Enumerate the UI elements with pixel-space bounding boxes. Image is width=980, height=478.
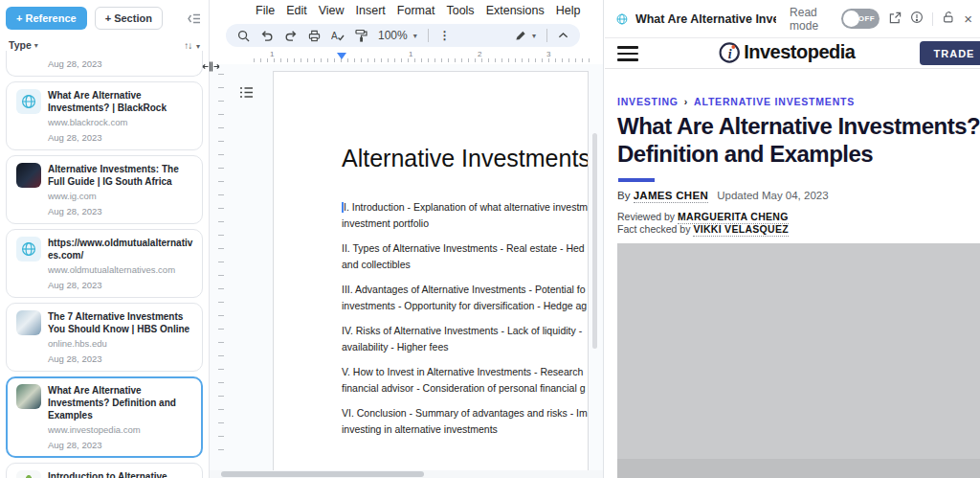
breadcrumb-link[interactable]: INVESTING xyxy=(617,96,679,107)
docs-editor: FileEditViewInsertFormatToolsExtensionsH… xyxy=(210,0,604,478)
docs-menubar: FileEditViewInsertFormatToolsExtensionsH… xyxy=(210,0,603,21)
menu-item[interactable]: Edit xyxy=(286,4,307,17)
fact-checked-by: Fact checked by VIKKI VELASQUEZ xyxy=(617,223,789,235)
ruler-number: 1 xyxy=(409,50,412,58)
reference-thumbnail xyxy=(16,384,41,409)
document-paragraph: I. Introduction - Explanation of what al… xyxy=(342,199,588,232)
reference-date: Aug 28, 2023 xyxy=(48,132,194,143)
article-headline: What Are Alternative Investments? Defini… xyxy=(617,112,980,168)
menu-item[interactable]: Help xyxy=(556,4,581,17)
more-options-icon[interactable]: ⋮ xyxy=(439,29,451,42)
document-page[interactable]: Alternative Investments I. Introduction … xyxy=(273,71,589,473)
hamburger-menu-icon[interactable] xyxy=(617,46,638,65)
reference-thumbnail xyxy=(16,237,41,262)
reference-card-texts: Alternative Investments: The Full Guide … xyxy=(48,163,194,216)
reference-card[interactable]: https://www.oldmutualalternatives.com/ w… xyxy=(6,229,203,298)
print-icon[interactable] xyxy=(308,30,321,42)
menu-item[interactable]: File xyxy=(256,4,275,17)
globe-icon xyxy=(616,11,628,27)
document-paragraph: II. Types of Alternative Investments - R… xyxy=(342,240,588,273)
investopedia-logo[interactable]: i Investopedia xyxy=(719,41,855,63)
toolbar-divider xyxy=(546,29,547,42)
editing-mode-select[interactable]: ▾ xyxy=(515,30,536,41)
menu-item[interactable]: Extensions xyxy=(486,4,545,17)
add-section-button[interactable]: + Section xyxy=(95,7,163,30)
document-line: III. Advantages of Alternative Investmen… xyxy=(342,282,588,298)
unlock-icon[interactable] xyxy=(942,11,955,28)
report-issue-icon[interactable] xyxy=(910,11,924,28)
menu-item[interactable]: Format xyxy=(397,4,435,17)
globe-icon xyxy=(21,241,36,257)
spellcheck-icon[interactable]: A xyxy=(331,30,345,42)
document-line: II. Types of Alternative Investments - R… xyxy=(342,240,588,257)
type-filter[interactable]: Type xyxy=(9,39,32,51)
document-line: VI. Conclusion - Summary of advantages a… xyxy=(342,405,588,421)
reference-card[interactable]: Introduction to Alternative Investments … xyxy=(6,463,203,478)
reference-url: www.blackrock.com xyxy=(48,117,194,127)
menu-item[interactable]: Tools xyxy=(446,4,474,17)
zoom-select[interactable]: 100% ▾ xyxy=(378,29,417,42)
document-title: Alternative Investments xyxy=(342,145,588,172)
document-body: I. Introduction - Explanation of what al… xyxy=(342,199,588,438)
chevron-down-icon: ▾ xyxy=(196,42,199,51)
undo-icon[interactable] xyxy=(260,30,274,41)
brand-name: Investopedia xyxy=(744,41,855,63)
reference-card-texts: What Are Alternative Investments? Defini… xyxy=(48,384,194,450)
reference-card[interactable]: Alternative Investments: The Full Guide … xyxy=(6,155,203,224)
paint-format-icon[interactable] xyxy=(355,29,368,42)
indent-marker[interactable] xyxy=(337,53,346,59)
reviewed-by: Reviewed by MARGUERITA CHENG xyxy=(617,211,789,222)
reference-title: Alternative Investments: The Full Guide … xyxy=(48,163,194,188)
reference-thumbnail xyxy=(16,310,41,335)
chevron-down-icon: ▾ xyxy=(34,41,38,50)
reference-card-texts: Introduction to Alternative Investments … xyxy=(48,470,194,478)
reference-card[interactable]: What Are Alternative Investments? Defini… xyxy=(6,376,203,458)
reference-url: online.hbs.edu xyxy=(48,338,194,349)
hide-menus-icon[interactable] xyxy=(558,32,568,39)
open-external-icon[interactable] xyxy=(889,11,902,28)
reference-card[interactable]: The 7 Alternative Investments You Should… xyxy=(6,303,203,372)
breadcrumb-link[interactable]: ALTERNATIVE INVESTMENTS xyxy=(694,96,855,107)
byline: By JAMES CHEN Updated May 04, 2023 xyxy=(617,190,829,201)
reference-title: What Are Alternative Investments? | Blac… xyxy=(48,89,194,114)
document-paragraph: IV. Risks of Alternative Investments - L… xyxy=(342,323,588,355)
article-hero-image xyxy=(617,243,980,478)
add-reference-button[interactable]: + Reference xyxy=(6,7,87,30)
document-line: IV. Risks of Alternative Investments - L… xyxy=(342,323,588,339)
search-icon[interactable] xyxy=(237,30,250,42)
trade-button[interactable]: TRADE xyxy=(920,41,980,65)
document-line: availability - Higher fees xyxy=(342,339,588,355)
horizontal-ruler[interactable]: 1 1 2 3 xyxy=(210,50,603,64)
author-link[interactable]: JAMES CHEN xyxy=(634,190,708,203)
reference-thumbnail xyxy=(16,163,41,188)
reference-card-texts: Aug 28, 2023 xyxy=(16,54,102,69)
chevron-right-icon: › xyxy=(684,96,688,107)
horizontal-scrollbar[interactable] xyxy=(221,471,424,477)
reference-card[interactable]: Aug 28, 2023 xyxy=(6,51,203,77)
factchecker-link[interactable]: VIKKI VELASQUEZ xyxy=(693,223,789,237)
zoom-value: 100% xyxy=(378,29,408,42)
sort-control[interactable]: ↑↓ ▾ xyxy=(184,40,199,51)
reference-date: Aug 28, 2023 xyxy=(48,440,194,450)
reference-date: Aug 28, 2023 xyxy=(48,58,102,69)
collapse-sidebar-icon[interactable] xyxy=(187,12,201,25)
reference-card-texts: What Are Alternative Investments? | Blac… xyxy=(48,89,194,143)
reviewer-link[interactable]: MARGUERITA CHENG xyxy=(678,211,789,224)
toggle-state: OFF xyxy=(858,14,876,23)
text-cursor xyxy=(342,202,344,213)
chevron-down-icon: ▾ xyxy=(532,32,536,40)
reference-url: www.ig.com xyxy=(48,191,194,201)
vertical-scrollbar[interactable] xyxy=(592,133,597,349)
reference-header: + Reference + Section xyxy=(0,0,209,34)
document-line: investing in alternative investments xyxy=(342,421,588,438)
reference-card[interactable]: What Are Alternative Investments? | Blac… xyxy=(6,81,203,150)
document-line: I. Introduction - Explanation of what al… xyxy=(342,199,588,216)
menu-item[interactable]: View xyxy=(319,4,345,17)
close-icon[interactable]: × xyxy=(964,11,972,26)
menu-item[interactable]: Insert xyxy=(356,4,386,17)
read-mode-toggle[interactable]: OFF xyxy=(841,9,880,29)
reference-date: Aug 28, 2023 xyxy=(48,353,194,364)
show-outline-icon[interactable] xyxy=(239,85,254,102)
redo-icon[interactable] xyxy=(284,30,298,41)
browser-tab-bar: What Are Alternative Investmen... Read m… xyxy=(605,0,980,38)
